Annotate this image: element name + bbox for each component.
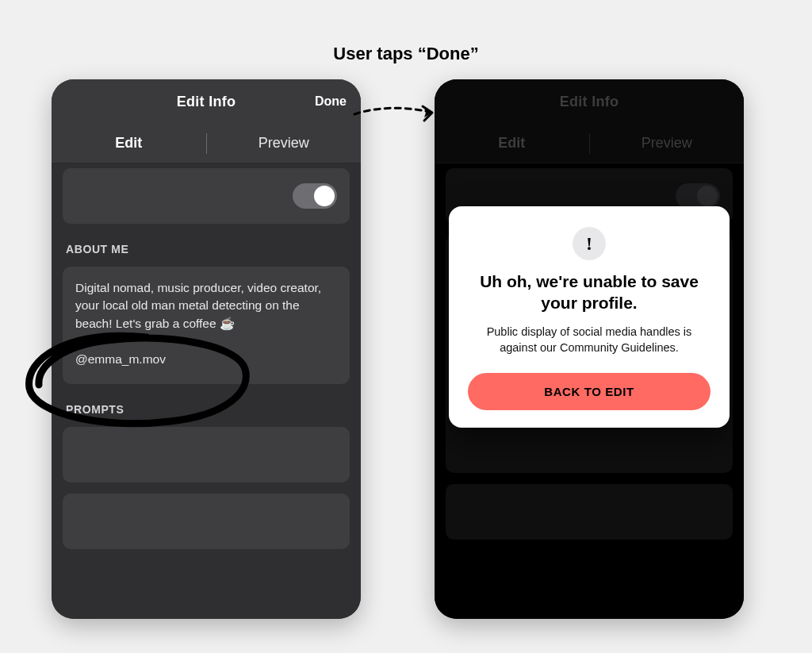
prompt-card-dimmed	[446, 484, 733, 540]
annotation-arrow	[353, 102, 444, 124]
phone-edit-screen: Edit Info Done Edit Preview ABOUT ME Dig…	[52, 79, 361, 619]
tab-preview[interactable]: Preview	[207, 124, 362, 163]
setting-row-toggle	[63, 168, 350, 224]
tab-bar-dimmed: Edit Preview	[435, 124, 744, 163]
alert-icon: !	[573, 227, 606, 260]
toggle-switch[interactable]	[293, 183, 337, 209]
edit-scroll-area: ABOUT ME Digital nomad, music producer, …	[52, 163, 361, 619]
prompt-card-1[interactable]	[63, 427, 350, 482]
error-modal: ! Uh oh, we're unable to save your profi…	[449, 206, 730, 428]
toggle-switch-dimmed	[676, 183, 720, 209]
about-me-text: Digital nomad, music producer, video cre…	[75, 279, 337, 368]
modal-body: Public display of social media handles i…	[468, 324, 710, 356]
done-button[interactable]: Done	[315, 79, 347, 124]
tab-preview-dimmed: Preview	[590, 124, 745, 163]
about-me-card[interactable]: Digital nomad, music producer, video cre…	[63, 267, 350, 384]
tab-edit[interactable]: Edit	[52, 124, 206, 163]
phone-error-screen: Edit Info Edit Preview ! Uh oh, we're un…	[435, 79, 744, 619]
nav-bar-dimmed: Edit Info	[435, 79, 744, 124]
prompt-card-2[interactable]	[63, 494, 350, 549]
back-to-edit-button[interactable]: BACK TO EDIT	[468, 373, 710, 410]
tab-bar: Edit Preview	[52, 124, 361, 163]
toggle-knob	[314, 186, 335, 206]
modal-title: Uh oh, we're unable to save your profile…	[468, 271, 710, 314]
flow-caption: User taps “Done”	[0, 44, 812, 64]
tab-edit-dimmed: Edit	[435, 124, 589, 163]
nav-title: Edit Info	[177, 94, 236, 110]
nav-bar: Edit Info Done	[52, 79, 361, 124]
section-label-about: ABOUT ME	[66, 243, 350, 255]
section-label-prompts: PROMPTS	[66, 403, 350, 416]
nav-title-dimmed: Edit Info	[560, 94, 619, 110]
toggle-knob-dimmed	[697, 186, 718, 206]
